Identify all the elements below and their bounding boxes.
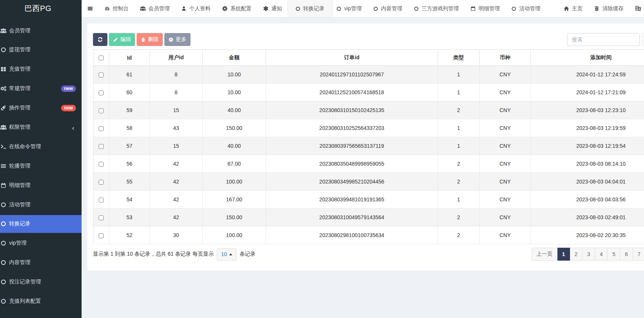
cell-user-id: 15 <box>150 137 203 155</box>
sidebar-item-12[interactable]: 内容管理 <box>0 254 82 272</box>
row-checkbox[interactable] <box>99 215 104 220</box>
sidebar-item-0[interactable]: 会员管理 <box>0 22 82 40</box>
row-checkbox[interactable] <box>99 233 104 238</box>
row-checkbox[interactable] <box>99 126 104 131</box>
sidebar-item-label: 插件管理 <box>9 104 30 111</box>
sidebar-item-7[interactable]: 轮播管理 <box>0 157 82 175</box>
cell-added-time: 2023-08-03 04:03:56 <box>531 191 644 209</box>
sidebar-toggle-button[interactable] <box>82 0 99 17</box>
search-input[interactable] <box>567 33 640 46</box>
page-button-2[interactable]: 2 <box>570 248 583 261</box>
row-checkbox[interactable] <box>99 144 104 149</box>
cell-user-id: 43 <box>150 119 203 137</box>
nav-tab-5[interactable]: 转换记录 <box>287 0 333 17</box>
sidebar-item-label: 明细管理 <box>9 182 30 189</box>
prev-page-button[interactable]: 上一页 <box>532 248 557 261</box>
table-extra-buttons <box>642 33 644 46</box>
page-button-3[interactable]: 3 <box>583 248 595 261</box>
sidebar-item-label: 在线命令管理 <box>9 143 41 150</box>
sidebar-item-label: 提现管理 <box>9 46 30 53</box>
nav-tab-9[interactable]: 明细管理 <box>464 0 505 17</box>
sidebar-item-11[interactable]: vip管理 <box>0 234 82 252</box>
circle-icon <box>511 6 516 11</box>
circle-icon <box>414 6 419 11</box>
cell-amount: 150.00 <box>203 209 266 226</box>
page-size-value: 10 <box>221 251 227 257</box>
column-header-3: 订单id <box>266 50 438 66</box>
nav-tab-2[interactable]: 个人资料 <box>175 0 216 17</box>
cell-amount: 167.00 <box>203 191 266 209</box>
row-checkbox[interactable] <box>99 162 104 167</box>
row-checkbox-cell <box>93 119 109 137</box>
select-all-header <box>93 50 109 66</box>
sidebar-item-1[interactable]: 提现管理 <box>0 41 82 59</box>
trash-icon <box>141 37 146 42</box>
nav-tab-label: 会员管理 <box>148 5 170 12</box>
cell-user-id: 8 <box>150 84 203 101</box>
row-checkbox-cell <box>93 66 109 84</box>
sidebar-item-10[interactable]: 转换记录 <box>0 215 82 233</box>
column-header-0: Id <box>109 50 150 66</box>
page-size-dropdown[interactable]: 10 <box>217 248 236 261</box>
sidebar-item-4[interactable]: 插件管理 new <box>0 99 82 117</box>
select-all-checkbox[interactable] <box>99 55 104 60</box>
home-icon <box>564 6 569 11</box>
refresh-button[interactable] <box>93 33 107 46</box>
more-button[interactable]: 更多 <box>164 33 191 46</box>
sidebar-item-5[interactable]: 权限管理 <box>0 118 82 136</box>
row-checkbox[interactable] <box>99 90 104 95</box>
nav-tab-10[interactable]: 活动管理 <box>505 0 546 17</box>
nav-tab-3[interactable]: 系统配置 <box>216 0 257 17</box>
cell-type: 2 <box>438 209 480 226</box>
row-checkbox[interactable] <box>99 108 104 113</box>
cell-amount: 100.00 <box>203 173 266 191</box>
calendar-icon <box>470 6 476 11</box>
cell-currency: CNY <box>480 155 531 173</box>
cell-order-id: 2023080397565653137119 <box>266 137 438 155</box>
nav-tab-1[interactable]: 会员管理 <box>134 0 175 17</box>
cell-added-time: 2023-08-03 12:19:54 <box>531 137 644 155</box>
sidebar-item-label: 充值管理 <box>9 66 30 73</box>
terminal-icon <box>0 144 6 150</box>
page-button-4[interactable]: 4 <box>595 248 608 261</box>
page-button-5[interactable]: 5 <box>608 248 620 261</box>
grid-icon <box>0 66 6 72</box>
nav-tab-label: 控制台 <box>113 5 129 12</box>
cell-type: 1 <box>438 84 480 101</box>
sidebar-item-2[interactable]: 充值管理 <box>0 60 82 78</box>
delete-button[interactable]: 删除 <box>137 33 163 46</box>
row-checkbox[interactable] <box>99 180 104 185</box>
table-row: 5442167.0020230803994810191913651CNY2023… <box>93 191 644 209</box>
row-checkbox-cell <box>93 101 109 119</box>
cell-added-time: 2023-08-02 20:30:35 <box>531 226 644 244</box>
row-checkbox[interactable] <box>99 73 104 78</box>
nav-tab-8[interactable]: 三方游戏列管理 <box>408 0 464 17</box>
page-button-6[interactable]: 6 <box>620 248 633 261</box>
edit-button[interactable]: 编辑 <box>109 33 135 46</box>
table-refresh-button[interactable] <box>642 33 644 46</box>
cell-id: 61 <box>109 66 150 84</box>
nav-tab-7[interactable]: 内容管理 <box>367 0 408 17</box>
nav-right-1[interactable]: 清除缓存 <box>588 0 629 17</box>
brand-logo: 巴西PG <box>0 0 82 17</box>
sidebar-item-6[interactable]: 在线命令管理 <box>0 138 82 155</box>
sidebar-item-13[interactable]: 投注记录管理 <box>0 273 82 291</box>
page-button-7[interactable]: 7 <box>633 248 644 261</box>
page-button-1[interactable]: 1 <box>557 248 570 261</box>
sidebar-item-label: 轮播管理 <box>9 163 30 169</box>
nav-tabs: 控制台 会员管理 个人资料 系统配置 通知 转换记录 vip管理 内容管理 三方… <box>99 0 546 17</box>
circle-icon <box>0 221 6 227</box>
nav-tab-0[interactable]: 控制台 <box>99 0 134 17</box>
sidebar-item-8[interactable]: 明细管理 <box>0 176 82 194</box>
nav-right-0[interactable]: 主页 <box>558 0 588 17</box>
cell-type: 1 <box>438 66 480 84</box>
sidebar-item-label: 权限管理 <box>9 124 30 131</box>
nav-tab-4[interactable]: 通知 <box>257 0 288 17</box>
row-checkbox[interactable] <box>99 198 104 203</box>
nav-right-2[interactable] <box>629 0 644 17</box>
nav-tab-label: 个人资料 <box>189 5 211 12</box>
sidebar-item-3[interactable]: 常规管理 new <box>0 80 82 98</box>
sidebar-item-14[interactable]: 充值列表配置 <box>0 292 82 310</box>
sidebar-item-9[interactable]: 活动管理 <box>0 196 82 214</box>
nav-tab-6[interactable]: vip管理 <box>331 0 367 17</box>
